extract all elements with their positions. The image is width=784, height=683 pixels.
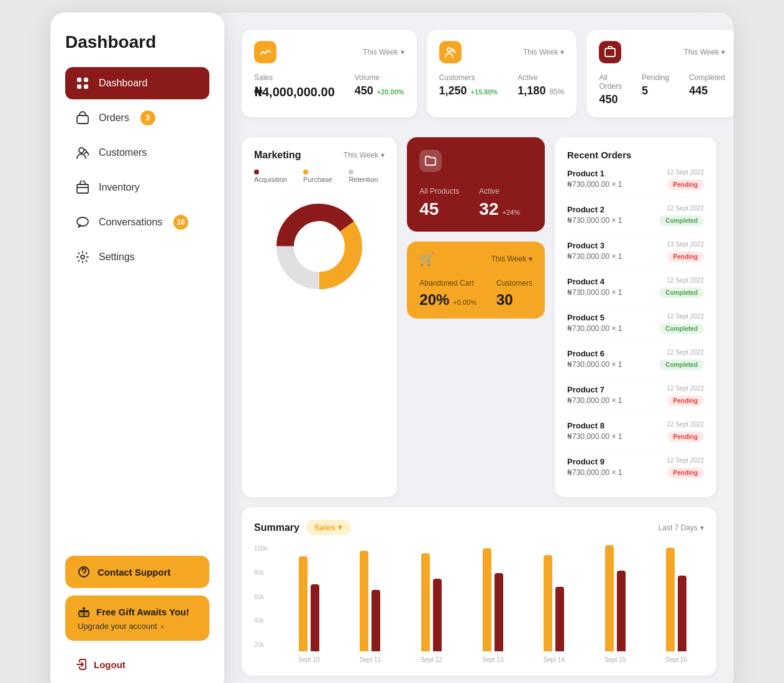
marketing-legend: Acquisition Purchase Retention [254, 168, 385, 183]
order-name: Product 8 [567, 421, 622, 430]
orders-nav-label: Orders [99, 112, 129, 124]
order-row: Product 1 ₦730,000.00 × 1 12 Sept 2022 P… [567, 169, 704, 197]
status-badge: Pending [667, 468, 704, 478]
summary-period[interactable]: Last 7 Days ▾ [659, 523, 704, 532]
bar-x-label: Sept 15 [604, 656, 626, 663]
sidebar-title: Dashboard [65, 32, 209, 52]
sales-stat-card: This Week ▾ Sales ₦4,000,000.00 Volume [242, 30, 417, 117]
status-badge: Completed [659, 215, 704, 226]
conversations-nav-label: Conversations [99, 217, 162, 228]
status-badge: Completed [659, 287, 704, 298]
order-date: 12 Sept 2022 [659, 205, 704, 212]
customers-period[interactable]: This Week ▾ [523, 48, 564, 57]
contact-support-label: Contact Support [98, 567, 171, 577]
products-card: All Products 45 Active 32 +24% [407, 137, 545, 232]
order-amount: ₦730,000.00 × 1 [567, 468, 622, 477]
y-axis: 100k 80k 60k 40k 20k [254, 545, 276, 663]
marketing-period[interactable]: This Week ▾ [344, 151, 385, 160]
orders-badge: 3 [140, 111, 155, 125]
bar-group: Sept 12 [404, 533, 459, 663]
content-area: This Week ▾ Sales ₦4,000,000.00 Volume [242, 30, 716, 676]
order-name: Product 9 [567, 457, 622, 466]
main-content: This Week ▾ Sales ₦4,000,000.00 Volume [212, 12, 734, 683]
sales-period[interactable]: This Week ▾ [363, 48, 404, 57]
logout-button[interactable]: Logout [65, 653, 209, 676]
legend-retention: Retention [349, 168, 385, 183]
bar-gold [299, 556, 308, 651]
cart-icon: 🛒 [419, 251, 435, 266]
svg-point-10 [84, 576, 84, 576]
order-amount: ₦730,000.00 × 1 [567, 288, 622, 297]
order-date: 12 Sept 2022 [659, 313, 704, 320]
middle-left: Marketing This Week ▾ Acquisition [242, 137, 545, 497]
order-amount: ₦730,000.00 × 1 [567, 216, 622, 225]
gift-subtitle: Upgrade your account › [78, 622, 197, 631]
gear-icon [75, 250, 90, 265]
svg-point-19 [296, 223, 343, 270]
order-amount: ₦730,000.00 × 1 [567, 432, 622, 441]
order-name: Product 4 [567, 277, 622, 286]
sidebar-item-orders[interactable]: Orders 3 [65, 102, 209, 134]
grid-icon [75, 76, 90, 91]
customers-icon-box [439, 41, 462, 63]
order-date: 13 Sept 2022 [667, 241, 704, 248]
bar-x-label: Sept 16 [666, 656, 687, 663]
order-row: Product 6 ₦730,000.00 × 1 12 Sept 2022 C… [567, 349, 704, 378]
order-row: Product 7 ₦730,000.00 × 1 12 Sept 2022 P… [567, 385, 704, 414]
status-badge: Pending [667, 432, 704, 442]
order-date: 12 Sept 2022 [667, 421, 704, 428]
stats-row: This Week ▾ Sales ₦4,000,000.00 Volume [242, 30, 716, 117]
settings-nav-label: Settings [99, 251, 135, 263]
sidebar-item-customers[interactable]: Customers [65, 137, 209, 169]
summary-card: Summary Sales ▾ Last 7 Days ▾ 100k 8 [242, 507, 716, 676]
y-label-100k: 100k [254, 545, 276, 552]
orders-period[interactable]: This Week ▾ [684, 48, 725, 57]
chat-icon [75, 215, 90, 230]
sidebar-item-settings[interactable]: Settings [65, 241, 209, 273]
gift-upgrade-button[interactable]: Free Gift Awaits You! Upgrade your accou… [65, 595, 209, 641]
bar-gold [605, 545, 614, 651]
sidebar-item-inventory[interactable]: Inventory [65, 171, 209, 204]
order-amount: ₦730,000.00 × 1 [567, 360, 622, 369]
bag-icon [75, 111, 90, 125]
cart-period[interactable]: This Week ▾ [491, 255, 532, 263]
bar-group: Sept 13 [465, 533, 521, 663]
bars-area: Sept 10Sept 11Sept 12Sept 13Sept 14Sept … [281, 545, 704, 663]
order-name: Product 6 [567, 349, 622, 358]
conversations-badge: 16 [173, 215, 188, 230]
bar-group: Sept 14 [526, 533, 581, 663]
folder-icon-box [419, 150, 442, 172]
dashboard-nav-label: Dashboard [99, 78, 147, 89]
middle-right-grid: Marketing This Week ▾ Acquisition [242, 137, 716, 497]
bar-red [311, 584, 319, 651]
orders-icon-box [599, 41, 621, 63]
sidebar: Dashboard Dashboard [50, 12, 224, 683]
order-amount: ₦730,000.00 × 1 [567, 180, 622, 189]
status-badge: Pending [667, 179, 704, 190]
status-badge: Pending [667, 251, 704, 262]
svg-point-5 [79, 148, 84, 153]
svg-rect-15 [605, 48, 615, 57]
bar-gold [544, 555, 552, 651]
order-row: Product 8 ₦730,000.00 × 1 12 Sept 2022 P… [567, 421, 704, 450]
status-badge: Pending [667, 396, 704, 406]
order-name: Product 1 [567, 169, 622, 178]
order-name: Product 3 [567, 241, 622, 250]
legend-purchase: Purchase [303, 168, 339, 183]
customers-nav-label: Customers [99, 147, 147, 158]
svg-rect-2 [77, 84, 81, 89]
bar-x-label: Sept 12 [421, 656, 442, 663]
gift-title: Free Gift Awaits You! [78, 605, 197, 618]
order-amount: ₦730,000.00 × 1 [567, 324, 622, 333]
svg-rect-6 [77, 184, 88, 193]
svg-point-14 [447, 48, 451, 52]
order-name: Product 2 [567, 205, 622, 214]
bar-red [495, 573, 503, 651]
svg-point-7 [77, 217, 88, 226]
sidebar-item-dashboard[interactable]: Dashboard [65, 67, 209, 99]
marketing-card: Marketing This Week ▾ Acquisition [242, 137, 397, 497]
order-row: Product 4 ₦730,000.00 × 1 12 Sept 2022 C… [567, 277, 704, 305]
contact-support-button[interactable]: Contact Support [65, 556, 209, 588]
sidebar-item-conversations[interactable]: Conversations 16 [65, 206, 209, 238]
svg-rect-3 [84, 84, 88, 89]
